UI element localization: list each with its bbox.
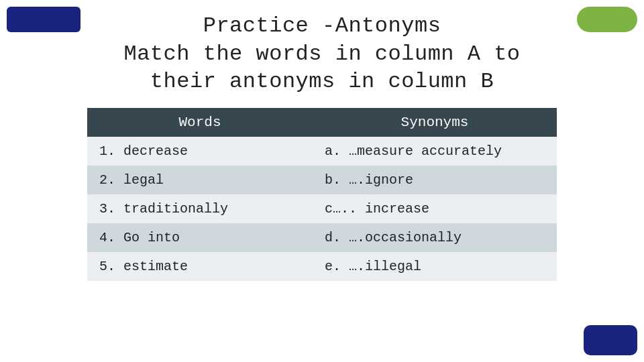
- header-line2: Match the words in column A to: [123, 42, 520, 66]
- table-row: 3. traditionallyc….. increase: [87, 194, 557, 223]
- word-cell: 2. legal: [87, 166, 313, 194]
- table-container: Words Synonyms 1. decreasea. …measure ac…: [0, 108, 644, 281]
- word-cell: 4. Go into: [87, 223, 313, 252]
- table-row: 2. legalb. ….ignore: [87, 166, 557, 194]
- synonym-cell: e. ….illegal: [313, 252, 557, 281]
- table-row: 4. Go intod. ….occasionally: [87, 223, 557, 252]
- synonym-cell: d. ….occasionally: [313, 223, 557, 252]
- synonym-cell: b. ….ignore: [313, 166, 557, 194]
- table-row: 5. estimatee. ….illegal: [87, 252, 557, 281]
- header-line1: Practice -Antonyms: [203, 13, 441, 38]
- page-header: Practice -Antonyms Match the words in co…: [0, 0, 644, 108]
- deco-bottom-right-navy: [584, 325, 637, 355]
- synonym-cell: a. …measure accurately: [313, 137, 557, 166]
- word-cell: 3. traditionally: [87, 194, 313, 223]
- deco-top-left: [7, 7, 80, 32]
- table-row: 1. decreasea. …measure accurately: [87, 137, 557, 166]
- word-cell: 1. decrease: [87, 137, 313, 166]
- header-line3: their antonyms in column B: [150, 69, 494, 94]
- antonyms-table: Words Synonyms 1. decreasea. …measure ac…: [87, 108, 557, 281]
- word-cell: 5. estimate: [87, 252, 313, 281]
- deco-top-right: [577, 7, 637, 32]
- col-words-header: Words: [87, 108, 313, 137]
- synonym-cell: c….. increase: [313, 194, 557, 223]
- col-synonyms-header: Synonyms: [313, 108, 557, 137]
